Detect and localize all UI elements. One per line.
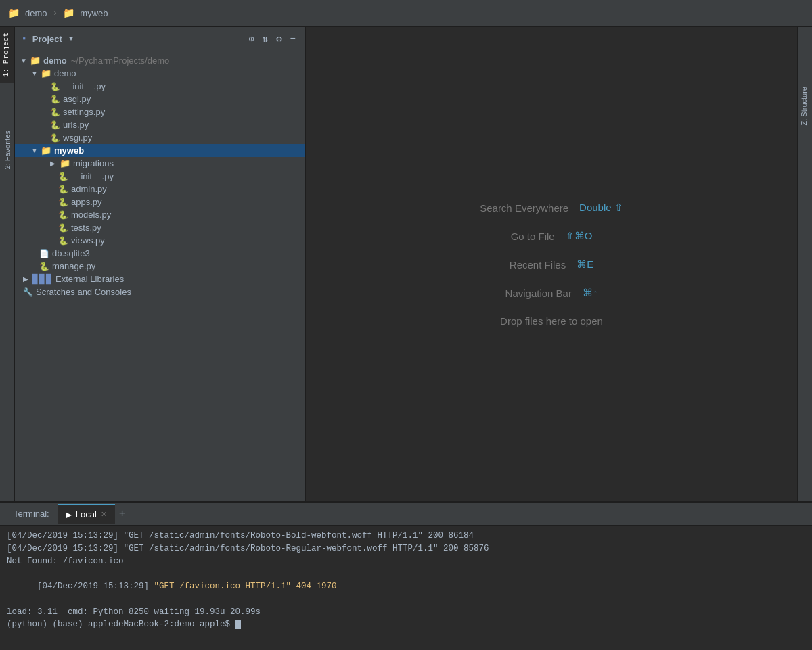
tree-item-urls[interactable]: 🐍 urls.py [15, 118, 305, 131]
term-timestamp: [04/Dec/2019 15:13:29] [37, 582, 154, 591]
tree-item-models[interactable]: 🐍 models.py [15, 208, 305, 221]
collapse-button[interactable]: − [288, 32, 298, 46]
vtab-structure[interactable]: Z: Structure [798, 81, 812, 131]
py-file-icon-settings: 🐍 [50, 108, 60, 117]
navigation-bar-key: ⌘↑ [583, 287, 598, 299]
shortcut-drop-files: Drop files here to open [500, 315, 603, 327]
project-name: demo [25, 8, 47, 18]
shortcut-search-everywhere: Search Everywhere Double ⇧ [480, 202, 623, 214]
file-tests-label: tests.py [71, 223, 102, 233]
file-wsgi-label: wsgi.py [63, 133, 92, 143]
tab-add-button[interactable]: + [115, 508, 130, 520]
sub-folder-name: myweb [80, 8, 108, 18]
folder-icon-demo: 📁 [41, 68, 51, 78]
py-file-icon: 🐍 [50, 82, 60, 91]
folder-icon-2: 📁 [63, 7, 74, 19]
folder-icon: 📁 [8, 7, 20, 19]
tree-item-admin[interactable]: 🐍 admin.py [15, 183, 305, 195]
term-line-2: [04/Dec/2019 15:13:29] "GET /static/admi… [7, 542, 805, 555]
settings-button[interactable]: ⚙ [273, 32, 284, 46]
shortcut-go-to-file: Go to File ⇧⌘O [511, 230, 593, 242]
vtab-project[interactable]: 1: Project [0, 27, 14, 83]
main-layout: 1: Project 2: Favorites ▪ Project ▼ ⊕ ⇅ … [0, 27, 812, 501]
tree-item-init1[interactable]: 🐍 __init__.py [15, 80, 305, 93]
recent-files-label: Recent Files [510, 259, 566, 271]
tree-item-apps[interactable]: 🐍 apps.py [15, 195, 305, 208]
myweb-label: myweb [54, 145, 84, 156]
search-everywhere-key: Double ⇧ [579, 202, 623, 214]
file-tree: ▼ 📁 demo ~/PycharmProjects/demo ▼ 📁 demo… [15, 51, 305, 501]
term-line-3: Not Found: /favicon.ico [7, 555, 805, 568]
file-db-label: db.sqlite3 [52, 248, 90, 258]
tree-item-migrations[interactable]: ▶ 📁 migrations [15, 157, 305, 170]
arrow-icon: ▼ [31, 147, 39, 154]
root-demo-path: ~/PycharmProjects/demo [71, 55, 170, 66]
project-panel: ▪ Project ▼ ⊕ ⇅ ⚙ − ▼ 📁 demo ~/PycharmPr… [15, 27, 306, 501]
tree-item-manage[interactable]: 🐍 manage.py [15, 260, 305, 273]
term-highlight: "GET /favicon.ico HTTP/1.1" 404 1970 [154, 582, 337, 591]
vtab-favorites[interactable]: 2: Favorites [1, 125, 14, 175]
arrow-icon: ▼ [31, 70, 39, 77]
tab-local[interactable]: ▶ Local ✕ [58, 504, 115, 524]
ext-libs-bar-icon: ▊▊▊ [32, 274, 53, 284]
tree-item-myweb[interactable]: ▼ 📁 myweb [15, 144, 305, 157]
folder-icon-root: 📁 [30, 55, 41, 66]
go-to-file-key: ⇧⌘O [566, 230, 593, 242]
terminal-icon: ▶ [66, 510, 72, 519]
arrow-icon: ▶ [50, 160, 58, 167]
tree-item-tests[interactable]: 🐍 tests.py [15, 221, 305, 234]
py-file-icon-models: 🐍 [58, 210, 68, 220]
tree-item-wsgi[interactable]: 🐍 wsgi.py [15, 131, 305, 144]
header-buttons: ⊕ ⇅ ⚙ − [246, 32, 298, 46]
recent-files-key: ⌘E [577, 258, 593, 271]
tree-item-demo[interactable]: ▼ 📁 demo [15, 67, 305, 80]
file-manage-label: manage.py [52, 261, 95, 271]
tree-item-init2[interactable]: 🐍 __init__.py [15, 170, 305, 183]
sort-button[interactable]: ⇅ [260, 32, 271, 46]
left-vtab-strip: 1: Project 2: Favorites [0, 27, 15, 501]
py-file-icon-views: 🐍 [58, 236, 68, 246]
tree-item-root-demo[interactable]: ▼ 📁 demo ~/PycharmProjects/demo [15, 54, 305, 67]
tree-item-scratches[interactable]: 🔧 Scratches and Consoles [15, 285, 305, 298]
folder-icon-migrations: 📁 [60, 158, 70, 168]
file-init1-label: __init__.py [63, 81, 106, 91]
terminal-section: Terminal: ▶ Local ✕ + [04/Dec/2019 15:13… [0, 501, 812, 650]
arrow-icon: ▶ [23, 275, 31, 283]
tree-item-settings[interactable]: 🐍 settings.py [15, 106, 305, 118]
root-demo-label: demo [43, 55, 67, 66]
go-to-file-label: Go to File [511, 231, 555, 242]
term-line-4: [04/Dec/2019 15:13:29] "GET /favicon.ico… [7, 567, 805, 605]
navigation-bar-label: Navigation Bar [505, 287, 572, 299]
py-file-icon-admin: 🐍 [58, 185, 68, 194]
py-file-icon-tests: 🐍 [58, 223, 68, 233]
terminal-cursor [235, 620, 241, 629]
project-title: Project [32, 34, 62, 44]
term-line-5: load: 3.11 cmd: Python 8250 waiting 19.9… [7, 606, 805, 619]
db-file-icon: 📄 [39, 249, 49, 258]
tab-local-label: Local [76, 509, 97, 519]
tree-item-asgi[interactable]: 🐍 asgi.py [15, 93, 305, 106]
py-file-icon-apps: 🐍 [58, 198, 68, 207]
file-admin-label: admin.py [71, 184, 107, 194]
tree-item-views[interactable]: 🐍 views.py [15, 234, 305, 247]
scratches-label: Scratches and Consoles [36, 287, 131, 297]
file-init2-label: __init__.py [71, 171, 114, 181]
right-vtab-strip: Z: Structure [797, 27, 812, 501]
shortcut-recent-files: Recent Files ⌘E [510, 258, 593, 271]
migrations-label: migrations [73, 158, 114, 168]
arrow-icon: ▼ [20, 57, 28, 64]
file-models-label: models.py [71, 210, 111, 220]
search-everywhere-label: Search Everywhere [480, 202, 568, 214]
project-header: ▪ Project ▼ ⊕ ⇅ ⚙ − [15, 27, 305, 51]
file-urls-label: urls.py [63, 120, 89, 130]
title-separator: › [53, 8, 58, 18]
tab-close-button[interactable]: ✕ [101, 510, 107, 519]
project-dropdown-arrow[interactable]: ▼ [69, 35, 73, 43]
editor-area: Search Everywhere Double ⇧ Go to File ⇧⌘… [306, 27, 797, 501]
py-file-icon-urls: 🐍 [50, 120, 60, 130]
tree-item-db[interactable]: 📄 db.sqlite3 [15, 247, 305, 260]
add-button[interactable]: ⊕ [246, 32, 256, 46]
tree-item-external-libs[interactable]: ▶ ▊▊▊ External Libraries [15, 273, 305, 285]
py-file-icon-init2: 🐍 [58, 172, 68, 181]
folder-icon-myweb: 📁 [41, 145, 51, 156]
